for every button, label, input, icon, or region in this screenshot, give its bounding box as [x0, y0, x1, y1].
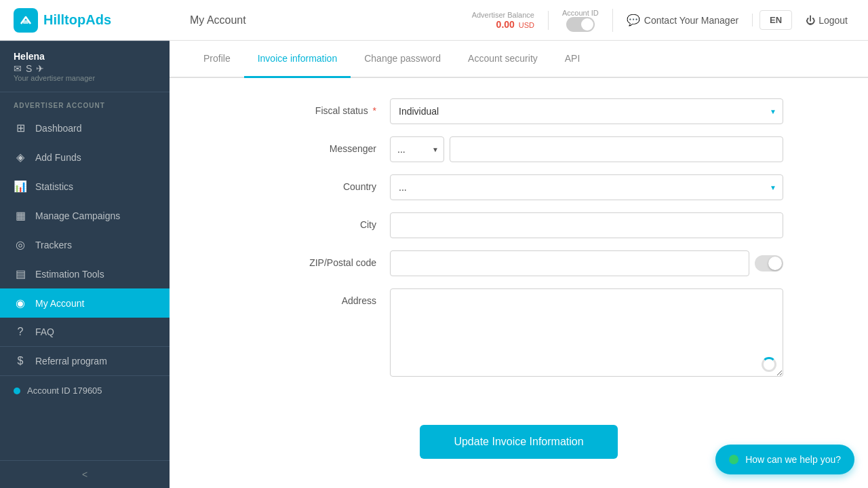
- top-header: HilltopAds My Account Advertiser Balance…: [0, 0, 868, 41]
- sidebar-section-label: ADVERTISER ACCOUNT: [0, 92, 170, 113]
- manager-name: Helena: [14, 51, 95, 62]
- fiscal-status-select-wrapper: Individual Company: [390, 98, 783, 124]
- fiscal-status-row: Fiscal status * Individual Company: [254, 98, 783, 124]
- trackers-icon: ◎: [14, 238, 27, 251]
- referral-icon: $: [14, 355, 27, 367]
- sidebar-collapse-button[interactable]: <: [0, 460, 170, 488]
- page-title: My Account: [176, 14, 458, 26]
- tab-api[interactable]: API: [551, 41, 594, 78]
- chat-label: How can we help you?: [745, 454, 841, 465]
- messenger-label: Messenger: [254, 136, 376, 154]
- account-id-bottom: Account ID 179605: [0, 375, 170, 405]
- zip-control: [390, 250, 783, 276]
- manager-contact-icons: ✉ S ✈: [14, 63, 95, 74]
- dashboard-icon: ⊞: [14, 121, 27, 134]
- tab-change-password[interactable]: Change password: [351, 41, 454, 78]
- address-row: Address: [254, 288, 783, 379]
- tab-account-security[interactable]: Account security: [454, 41, 551, 78]
- chat-online-indicator: [729, 455, 738, 464]
- zip-toggle[interactable]: [755, 255, 783, 271]
- logo-text: HilltopAds: [43, 12, 111, 28]
- account-id-button[interactable]: Account ID: [549, 9, 613, 32]
- address-label: Address: [254, 288, 376, 306]
- sidebar-item-my-account[interactable]: ◉ My Account: [0, 288, 170, 318]
- estimation-icon: ▤: [14, 267, 27, 280]
- address-textarea[interactable]: [390, 288, 783, 377]
- sidebar-item-manage-campaigns[interactable]: ▦ Manage Campaigns: [0, 201, 170, 230]
- logout-button[interactable]: ⏻ Logout: [799, 15, 854, 26]
- chat-bubble[interactable]: How can we help you?: [715, 445, 854, 474]
- chat-icon: 💬: [627, 14, 640, 26]
- messenger-control: ... Skype Telegram WhatsApp: [390, 136, 783, 162]
- country-control: ...: [390, 174, 783, 200]
- account-icon: ◉: [14, 297, 27, 309]
- city-control: [390, 212, 783, 238]
- header-right: Advertiser Balance 0.00 USD Account ID 💬…: [458, 9, 854, 32]
- messenger-type-wrapper: ... Skype Telegram WhatsApp: [390, 136, 444, 162]
- zip-row: ZIP/Postal code: [254, 250, 783, 276]
- messenger-input-row: ... Skype Telegram WhatsApp: [390, 136, 783, 162]
- tab-invoice-information[interactable]: Invoice information: [244, 41, 351, 78]
- content-area: Profile Invoice information Change passw…: [170, 41, 868, 488]
- zip-input-row: [390, 250, 783, 276]
- country-label: Country: [254, 174, 376, 192]
- manager-email-icon[interactable]: ✉: [14, 63, 22, 74]
- messenger-type-select[interactable]: ... Skype Telegram WhatsApp: [390, 136, 444, 162]
- manager-skype-icon[interactable]: S: [26, 63, 32, 74]
- sidebar-manager: Helena ✉ S ✈ Your advertiser manager: [0, 41, 170, 92]
- sidebar-item-dashboard[interactable]: ⊞ Dashboard: [0, 113, 170, 143]
- fiscal-status-label: Fiscal status *: [254, 98, 376, 116]
- country-select[interactable]: ...: [390, 174, 783, 200]
- address-textarea-wrapper: [390, 288, 783, 379]
- messenger-row: Messenger ... Skype Telegram WhatsApp: [254, 136, 783, 162]
- sidebar-item-statistics[interactable]: 📊 Statistics: [0, 172, 170, 201]
- manager-telegram-icon[interactable]: ✈: [36, 63, 44, 74]
- country-row: Country ...: [254, 174, 783, 200]
- logo-icon: [14, 8, 38, 33]
- sidebar-item-referral[interactable]: $ Referral program: [0, 346, 170, 375]
- tab-profile[interactable]: Profile: [190, 41, 244, 78]
- sidebar-item-estimation-tools[interactable]: ▤ Estimation Tools: [0, 259, 170, 288]
- country-select-wrapper: ...: [390, 174, 783, 200]
- fiscal-status-control: Individual Company: [390, 98, 783, 124]
- language-button[interactable]: EN: [760, 10, 792, 30]
- account-dot: [14, 388, 20, 394]
- logo-area: HilltopAds: [14, 8, 176, 33]
- advertiser-balance: Advertiser Balance 0.00 USD: [458, 11, 549, 30]
- zip-input[interactable]: [390, 250, 749, 276]
- logout-icon: ⏻: [806, 15, 815, 26]
- city-label: City: [254, 212, 376, 230]
- loading-spinner: [762, 357, 776, 372]
- manager-subtitle: Your advertiser manager: [14, 74, 95, 82]
- statistics-icon: 📊: [14, 180, 27, 193]
- update-invoice-button[interactable]: Update Invoice Information: [420, 425, 617, 459]
- account-id-toggle[interactable]: [566, 17, 595, 32]
- messenger-input[interactable]: [450, 136, 783, 162]
- zip-label: ZIP/Postal code: [254, 250, 376, 268]
- city-row: City: [254, 212, 783, 238]
- main-layout: Helena ✉ S ✈ Your advertiser manager ADV…: [0, 41, 868, 488]
- sidebar-item-faq[interactable]: ? FAQ: [0, 318, 170, 346]
- sidebar: Helena ✉ S ✈ Your advertiser manager ADV…: [0, 41, 170, 488]
- faq-icon: ?: [14, 326, 27, 338]
- svg-rect-1: [23, 20, 28, 24]
- contact-manager-button[interactable]: 💬 Contact Your Manager: [613, 14, 753, 26]
- tabs-bar: Profile Invoice information Change passw…: [170, 41, 868, 78]
- campaigns-icon: ▦: [14, 209, 27, 222]
- city-input[interactable]: [390, 212, 783, 238]
- add-funds-icon: ◈: [14, 151, 27, 164]
- fiscal-status-select[interactable]: Individual Company: [390, 98, 783, 124]
- sidebar-item-trackers[interactable]: ◎ Trackers: [0, 230, 170, 259]
- address-control: [390, 288, 783, 379]
- invoice-form: Fiscal status * Individual Company Messe…: [214, 78, 824, 411]
- sidebar-item-add-funds[interactable]: ◈ Add Funds: [0, 143, 170, 172]
